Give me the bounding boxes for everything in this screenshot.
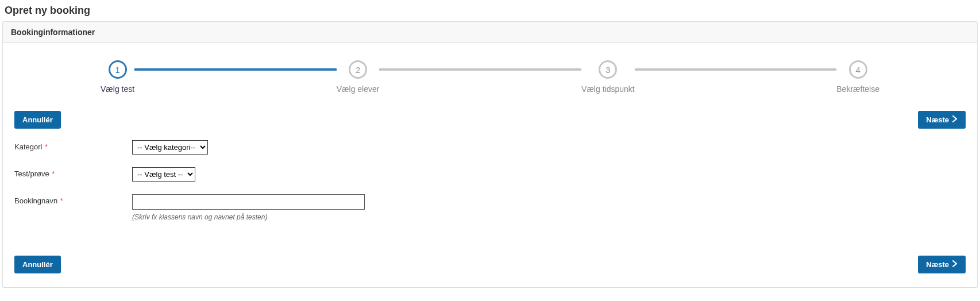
next-button-top[interactable]: Næste: [918, 111, 966, 129]
next-button-label: Næste: [926, 115, 949, 124]
booking-form: Kategori * -- Vælg kategori-- Test/prøve…: [3, 140, 977, 221]
test-row: Test/prøve * -- Vælg test --: [14, 167, 966, 182]
category-select[interactable]: -- Vælg kategori--: [132, 140, 208, 155]
test-select[interactable]: -- Vælg test --: [132, 167, 195, 182]
cancel-button-top[interactable]: Annullér: [14, 111, 61, 129]
bookingname-input[interactable]: [132, 194, 365, 210]
connector-2-3: [379, 68, 581, 71]
page-title: Opret ny booking: [2, 2, 978, 21]
next-button-bottom[interactable]: Næste: [918, 256, 966, 273]
action-bar-top: Annullér Næste: [3, 111, 977, 129]
step-4-label: Bekræftelse: [836, 84, 879, 94]
required-marker: *: [43, 142, 48, 151]
action-bar-bottom: Annullér Næste: [3, 256, 977, 273]
step-4: 4 Bekræftelse: [836, 60, 879, 94]
booking-panel: Bookinginformationer 1 Vælg test 2 Vælg …: [2, 21, 978, 288]
connector-3-4: [635, 68, 837, 71]
wizard-stepper: 1 Vælg test 2 Vælg elever 3 Vælg tidspun…: [101, 60, 879, 94]
chevron-right-icon: [952, 260, 958, 269]
step-2-circle: 2: [349, 60, 367, 79]
next-button-label: Næste: [926, 260, 949, 269]
category-label: Kategori *: [14, 140, 132, 151]
cancel-button-bottom[interactable]: Annullér: [14, 256, 61, 273]
panel-header: Bookinginformationer: [3, 22, 977, 43]
required-marker: *: [50, 169, 55, 178]
step-1-circle: 1: [109, 60, 127, 79]
bookingname-label: Bookingnavn *: [14, 194, 132, 205]
chevron-right-icon: [952, 115, 958, 124]
step-2-label: Vælg elever: [337, 84, 380, 94]
bookingname-hint: (Skriv fx klassens navn og navnet på tes…: [132, 213, 365, 221]
bookingname-row: Bookingnavn * (Skriv fx klassens navn og…: [14, 194, 966, 221]
test-label-text: Test/prøve: [14, 169, 49, 178]
required-marker: *: [58, 196, 63, 205]
category-row: Kategori * -- Vælg kategori--: [14, 140, 966, 155]
step-3-label: Vælg tidspunkt: [581, 84, 635, 94]
step-2: 2 Vælg elever: [337, 60, 380, 94]
test-label: Test/prøve *: [14, 167, 132, 178]
step-3-circle: 3: [599, 60, 617, 79]
step-4-circle: 4: [849, 60, 867, 79]
step-1-label: Vælg test: [101, 84, 134, 94]
category-label-text: Kategori: [14, 142, 42, 151]
step-1: 1 Vælg test: [101, 60, 134, 94]
bookingname-label-text: Bookingnavn: [14, 196, 57, 205]
connector-1-2: [134, 68, 337, 71]
step-3: 3 Vælg tidspunkt: [581, 60, 635, 94]
